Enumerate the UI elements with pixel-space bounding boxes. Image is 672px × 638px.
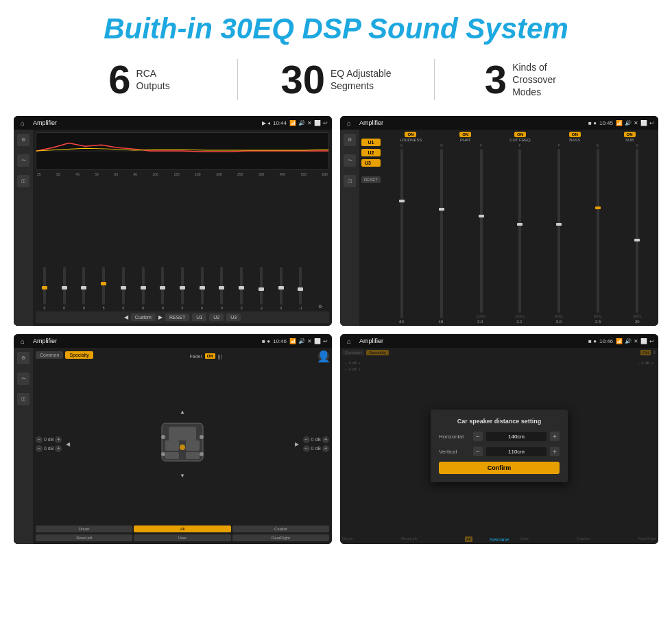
copilot-btn[interactable]: Copilot <box>232 525 329 532</box>
loudness-slider[interactable]: G <box>383 143 420 318</box>
eq-balance-icon[interactable]: ◫ <box>17 175 29 187</box>
user-btn[interactable]: User <box>134 534 230 541</box>
sp-content: − 0 dB + − 0 dB + ▲ <box>36 364 329 523</box>
eq-prev-btn[interactable]: ◀ <box>124 314 128 320</box>
time-2: 10:45 <box>599 120 613 126</box>
window-icon-3[interactable]: ⬜ <box>314 338 321 344</box>
back-icon-2[interactable]: ↩ <box>649 120 654 126</box>
window-icon-1[interactable]: ⬜ <box>314 120 321 126</box>
eq-slider-10[interactable]: 0 <box>213 267 231 310</box>
eq-slider-4[interactable]: 5 <box>95 267 112 310</box>
status-icons-1: 📶 🔊 ✕ ⬜ ↩ <box>289 120 328 126</box>
back-icon-3[interactable]: ↩ <box>323 338 328 344</box>
amp-settings-icon[interactable]: ⚙ <box>344 134 356 146</box>
eq-slider-5[interactable]: 0 <box>115 267 132 310</box>
phat-slider[interactable]: G <box>422 143 460 318</box>
dist-tab-specialty: Specialty <box>366 350 388 355</box>
eq-wave-icon[interactable]: 〜 <box>17 154 29 167</box>
home-icon-2[interactable]: ⌂ <box>344 118 354 128</box>
amp-values-row: 64 48 3.0 2.1 3.0 2.5 20 <box>383 320 656 324</box>
back-icon-4[interactable]: ↩ <box>649 338 654 344</box>
sub-slider[interactable]: G 60Hz <box>619 143 656 318</box>
signal-icon-4: 📶 <box>616 338 623 344</box>
eq-reset-btn[interactable]: RESET <box>165 314 189 321</box>
driver-btn[interactable]: Driver <box>36 525 132 532</box>
window-icon-2[interactable]: ⬜ <box>640 120 647 126</box>
all-btn[interactable]: All <box>134 525 230 532</box>
tab-specialty[interactable]: Specialty <box>65 351 93 359</box>
horizontal-plus-btn[interactable]: + <box>550 432 560 441</box>
amp-balance-icon[interactable]: ◫ <box>344 175 356 187</box>
eq-slider-expand[interactable]: » <box>311 303 329 310</box>
eq-slider-11[interactable]: 0 <box>232 267 250 310</box>
back-icon-1[interactable]: ↩ <box>323 120 328 126</box>
close-icon-2[interactable]: ✕ <box>634 120 638 126</box>
eq-u1-btn[interactable]: U1 <box>192 314 206 321</box>
svg-rect-3 <box>165 440 179 451</box>
vertical-minus-btn[interactable]: − <box>473 447 483 456</box>
home-icon-4[interactable]: ⌂ <box>344 336 354 346</box>
home-icon-3[interactable]: ⌂ <box>18 336 27 346</box>
sp-minus-lt[interactable]: − <box>36 436 43 443</box>
confirm-button[interactable]: Confirm <box>439 462 560 474</box>
sp-minus-rt[interactable]: − <box>303 436 310 443</box>
eq-slider-6[interactable]: 0 <box>134 267 152 310</box>
stat-eq-text: EQ AdjustableSegments <box>331 67 392 92</box>
close-icon-3[interactable]: ✕ <box>307 338 312 344</box>
sp-settings-icon[interactable]: ⚙ <box>17 352 29 364</box>
amp-wave-icon[interactable]: 〜 <box>344 154 356 167</box>
close-icon-1[interactable]: ✕ <box>307 120 312 126</box>
status-bar-3: ⌂ Amplifier ■ ● 10:46 📶 🔊 ✕ ⬜ ↩ <box>14 334 332 348</box>
eq-slider-8[interactable]: 0 <box>173 267 191 310</box>
sp-plus-rt[interactable]: + <box>322 436 329 443</box>
eq-slider-14[interactable]: -1 <box>292 267 310 310</box>
close-icon-4[interactable]: ✕ <box>634 338 638 344</box>
stats-row: 6 RCAOutputs 30 EQ AdjustableSegments 3 … <box>0 52 672 110</box>
tab-common[interactable]: Common <box>36 351 63 359</box>
sp-plus-rb[interactable]: + <box>322 445 329 452</box>
profile-icon[interactable]: 👤 <box>318 351 329 362</box>
rec-icon-3: ■ ● <box>262 338 270 344</box>
u2-button[interactable]: U2 <box>361 149 381 156</box>
fader-bars: ||| <box>218 354 221 359</box>
loudness-on-btn[interactable]: ON <box>405 132 416 137</box>
sub-on-btn[interactable]: ON <box>624 132 636 137</box>
eq-slider-7[interactable]: 0 <box>154 267 171 310</box>
eq-slider-13[interactable]: 0 <box>272 267 290 310</box>
cutfreq-sliders: F F <box>463 143 539 318</box>
phat-on-btn[interactable]: ON <box>459 132 471 137</box>
horizontal-minus-btn[interactable]: − <box>473 432 483 441</box>
sp-minus-lb[interactable]: − <box>36 445 43 452</box>
sp-wave-icon[interactable]: 〜 <box>17 373 29 385</box>
eq-u2-btn[interactable]: U2 <box>209 314 224 321</box>
eq-slider-1[interactable]: 0 <box>36 267 53 310</box>
eq-next-btn[interactable]: ▶ <box>158 314 163 320</box>
loudness-label: LOUDNESS <box>399 138 422 142</box>
rearleft-btn[interactable]: RearLeft <box>36 534 132 541</box>
u3-button[interactable]: U3 <box>361 159 381 167</box>
eq-body: ⚙ 〜 ◫ 2532405063 80100125160200 25032040… <box>14 130 332 326</box>
eq-slider-12[interactable]: -1 <box>252 267 270 310</box>
vertical-row: Vertical − 110cm + <box>439 447 560 456</box>
rearright-btn[interactable]: RearRight <box>232 534 329 541</box>
sp-sidebar: ⚙ 〜 ◫ <box>14 348 33 544</box>
amp-sliders-row: G G F <box>383 143 656 318</box>
vertical-plus-btn[interactable]: + <box>550 447 560 456</box>
eq-u3-btn[interactable]: U3 <box>226 314 241 321</box>
reset-button-amp[interactable]: RESET <box>361 176 381 183</box>
u1-button[interactable]: U1 <box>361 139 381 146</box>
sp-plus-lb[interactable]: + <box>55 445 62 452</box>
eq-slider-9[interactable]: 0 <box>193 267 211 310</box>
eq-slider-2[interactable]: 0 <box>56 267 73 310</box>
eq-slider-3[interactable]: 0 <box>75 267 93 310</box>
home-icon-1[interactable]: ⌂ <box>18 118 27 128</box>
eq-custom-btn[interactable]: Custom <box>131 314 156 321</box>
bass-on-btn[interactable]: ON <box>569 132 581 137</box>
sp-balance-icon[interactable]: ◫ <box>17 393 29 405</box>
eq-settings-icon[interactable]: ⚙ <box>17 134 29 146</box>
cutfreq-on-btn[interactable]: ON <box>514 132 526 137</box>
sp-plus-lt[interactable]: + <box>55 436 62 443</box>
window-icon-4[interactable]: ⬜ <box>640 338 647 344</box>
horizontal-label: Horizontal <box>439 434 470 440</box>
sp-minus-rb[interactable]: − <box>303 445 310 452</box>
